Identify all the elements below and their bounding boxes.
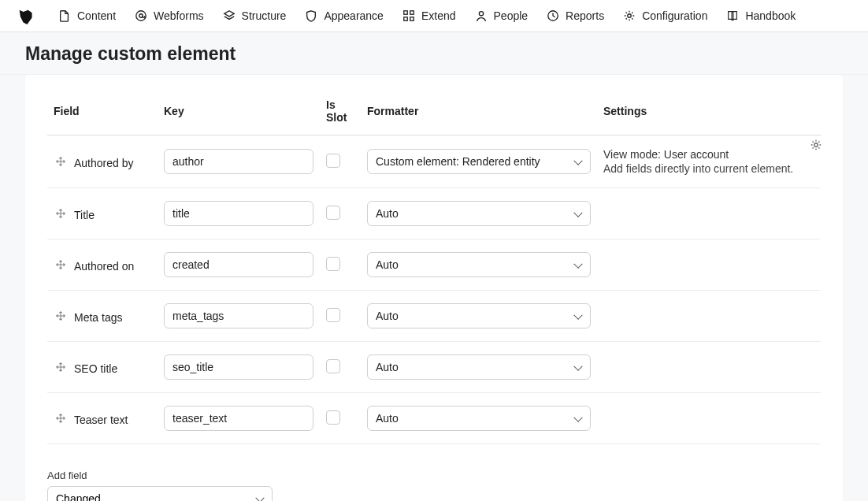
is-slot-checkbox[interactable] — [326, 410, 340, 425]
drag-handle-icon[interactable] — [54, 360, 68, 374]
panel: Show row weights Field Key Is Slot Forma… — [25, 75, 843, 501]
is-slot-checkbox[interactable] — [326, 257, 340, 271]
nav-label: Configuration — [642, 9, 707, 22]
layers-icon — [223, 9, 236, 22]
nav-content[interactable]: Content — [49, 3, 125, 28]
top-nav: ContentWebformsStructureAppearanceExtend… — [0, 0, 868, 32]
page-header: Manage custom element — [0, 32, 868, 75]
is-slot-checkbox[interactable] — [326, 206, 340, 220]
clock-icon — [547, 9, 559, 22]
settings-line2: Add fields directly into current element… — [603, 162, 814, 175]
nav-structure[interactable]: Structure — [213, 3, 296, 28]
formatter-select[interactable]: Auto — [367, 406, 591, 431]
field-label: Authored on — [74, 260, 134, 273]
table-row: Meta tagsAuto — [47, 291, 821, 342]
add-field-label: Add field — [47, 469, 821, 481]
add-field-select[interactable]: Changed — [47, 486, 273, 501]
shield-icon — [305, 9, 317, 22]
page-title: Manage custom element — [25, 43, 843, 65]
is-slot-checkbox[interactable] — [326, 154, 340, 168]
nav-people[interactable]: People — [466, 3, 538, 28]
nav-label: Appearance — [324, 9, 384, 22]
table-row: Teaser textAuto — [47, 393, 821, 444]
nav-label: Extend — [421, 9, 456, 22]
formatter-select[interactable]: Auto — [367, 354, 591, 380]
user-icon — [475, 9, 488, 22]
formatter-select[interactable]: Custom element: Rendered entity — [367, 149, 591, 174]
content-wrap: Show row weights Field Key Is Slot Forma… — [0, 75, 868, 501]
key-input[interactable] — [164, 303, 313, 328]
nav-appearance[interactable]: Appearance — [295, 3, 393, 28]
formatter-select[interactable]: Auto — [367, 252, 591, 277]
field-label: SEO title — [74, 362, 117, 375]
nav-reports[interactable]: Reports — [537, 3, 614, 28]
nav-label: Reports — [566, 9, 604, 22]
book-icon — [726, 9, 739, 22]
drag-handle-icon[interactable] — [54, 154, 68, 169]
nav-configuration[interactable]: Configuration — [614, 3, 717, 28]
drag-handle-icon[interactable] — [54, 206, 68, 221]
nav-label: People — [494, 9, 529, 22]
key-input[interactable] — [164, 201, 313, 226]
key-input[interactable] — [164, 149, 313, 174]
table-row: SEO titleAuto — [47, 342, 821, 393]
nav-handbook[interactable]: Handbook — [717, 3, 805, 28]
th-settings: Settings — [597, 87, 821, 135]
at-icon — [135, 9, 147, 22]
is-slot-checkbox[interactable] — [326, 308, 340, 322]
grid-icon — [402, 9, 415, 22]
key-input[interactable] — [164, 354, 313, 380]
key-input[interactable] — [164, 406, 313, 431]
show-row-weights[interactable]: Show row weights — [47, 75, 821, 83]
add-field-block: Add field Changed — [47, 469, 821, 501]
gear-icon — [623, 9, 636, 22]
formatter-select[interactable]: Auto — [367, 303, 591, 328]
nav-label: Content — [77, 9, 116, 22]
file-icon — [58, 9, 71, 22]
field-label: Authored by — [74, 157, 134, 169]
nav-webforms[interactable]: Webforms — [125, 3, 213, 28]
nav-label: Structure — [242, 9, 287, 22]
settings-line1: View mode: User account — [603, 148, 814, 161]
table-row: TitleAuto — [47, 188, 821, 239]
th-key: Key — [158, 87, 320, 135]
field-table: Field Key Is Slot Formatter Settings Aut… — [47, 87, 821, 444]
table-row: Authored onAuto — [47, 239, 821, 291]
th-field: Field — [47, 87, 158, 135]
table-row: Authored byCustom element: Rendered enti… — [47, 135, 821, 188]
settings-gear-icon[interactable] — [808, 137, 824, 153]
field-label: Meta tags — [74, 311, 122, 324]
nav-extend[interactable]: Extend — [393, 3, 466, 28]
th-slot: Is Slot — [320, 87, 361, 135]
key-input[interactable] — [164, 252, 313, 277]
field-label: Teaser text — [74, 414, 128, 426]
nav-label: Handbook — [745, 9, 796, 22]
drag-handle-icon[interactable] — [54, 258, 68, 272]
formatter-select[interactable]: Auto — [367, 201, 591, 226]
field-label: Title — [74, 209, 95, 221]
drag-handle-icon[interactable] — [54, 411, 68, 425]
nav-label: Webforms — [154, 9, 204, 22]
drag-handle-icon[interactable] — [54, 309, 68, 323]
logo-icon[interactable] — [16, 6, 35, 25]
is-slot-checkbox[interactable] — [326, 359, 340, 373]
th-formatter: Formatter — [361, 87, 597, 135]
